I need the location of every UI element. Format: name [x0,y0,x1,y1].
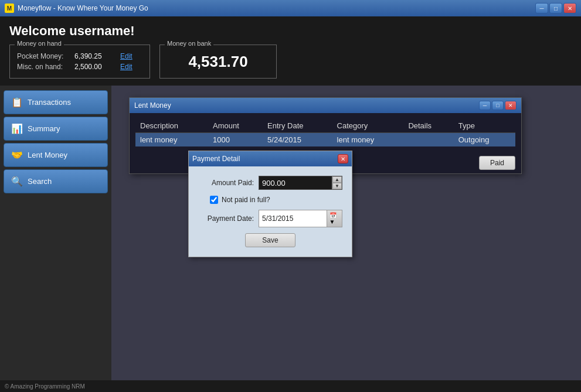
bank-amount: 4,531.70 [188,53,247,71]
dialog-content: Amount Paid: ▲ ▼ [189,166,352,257]
search-nav-button[interactable]: 🔍 Search [4,169,108,193]
sidebar: 📋 Transactions 📊 Summary 🤝 Lent Money 🔍 … [0,86,111,380]
calendar-icon: 📅▼ [329,212,339,225]
window-controls: ─ □ ✕ [479,101,517,110]
minimize-button[interactable]: ─ [535,3,548,13]
payment-date-row: Payment Date: 📅▼ [198,210,342,227]
title-bar-controls: ─ □ ✕ [535,3,576,13]
summary-label: Summary [28,124,60,133]
pocket-money-row: Pocket Money: 6,390.25 Edit [17,52,142,60]
lent-money-window: Lent Money ─ □ ✕ Description Amount [129,97,522,174]
save-button[interactable]: Save [245,233,295,247]
transactions-icon: 📋 [11,97,23,108]
money-on-bank-panel: Money on bank 4,531.70 [159,45,277,79]
misc-on-hand-label: Misc. on hand: [17,63,70,71]
maximize-button[interactable]: □ [549,3,562,13]
not-paid-label: Not paid in full? [222,196,270,204]
col-entry-date: Entry Date [263,119,332,133]
money-panels: Money on hand Pocket Money: 6,390.25 Edi… [9,45,572,79]
lent-money-table: Description Amount Entry Date Category D… [135,119,515,146]
money-on-hand-panel: Money on hand Pocket Money: 6,390.25 Edi… [9,45,150,79]
col-type: Type [454,119,515,133]
amount-paid-label: Amount Paid: [198,179,254,187]
dialog-title: Payment Detail [192,155,240,163]
lent-money-icon: 🤝 [11,149,23,161]
amount-paid-input-wrap: ▲ ▼ [259,176,342,190]
close-button[interactable]: ✕ [563,3,576,13]
content-row: 📋 Transactions 📊 Summary 🤝 Lent Money 🔍 … [0,86,581,380]
not-paid-checkbox[interactable] [210,196,218,204]
table-row[interactable]: lent money 1000 5/24/2015 lent money Out… [135,133,515,147]
payment-date-input-wrap: 📅▼ [259,210,342,227]
money-on-bank-label: Money on bank [165,40,213,47]
app-icon: M [5,4,14,13]
cell-category: lent money [332,133,404,147]
cell-entry-date: 5/24/2015 [263,133,332,147]
pocket-money-edit[interactable]: Edit [120,52,132,60]
title-bar: M Moneyflow - Know Where Your Money Go ─… [0,0,581,16]
app-title: Moneyflow - Know Where Your Money Go [18,4,148,12]
welcome-header: Welcome username! Money on hand Pocket M… [0,16,581,86]
spinner-wrap: ▲ ▼ [332,176,342,189]
transactions-nav-button[interactable]: 📋 Transactions [4,90,108,114]
dialog-close-button[interactable]: ✕ [338,154,348,163]
save-row: Save [198,233,342,247]
col-amount: Amount [208,119,263,133]
footer: © Amazing Programming NRM [0,380,581,392]
money-on-hand-label: Money on hand [15,40,64,47]
payment-detail-dialog: Payment Detail ✕ Amount Paid: ▲ [188,151,352,257]
payment-date-label: Payment Date: [198,214,254,223]
misc-on-hand-value: 2,500.00 [74,63,115,71]
search-label: Search [28,177,52,186]
summary-nav-button[interactable]: 📊 Summary [4,117,108,141]
main-panel: Lent Money ─ □ ✕ Description Amount [111,86,581,380]
window-content: Description Amount Entry Date Category D… [130,113,521,152]
not-paid-row: Not paid in full? [198,196,342,204]
lent-money-label: Lent Money [28,151,67,159]
table-header-row: Description Amount Entry Date Category D… [135,119,515,133]
cell-amount: 1000 [208,133,263,147]
lent-money-window-title: Lent Money [134,101,171,110]
search-icon: 🔍 [11,176,23,187]
summary-icon: 📊 [11,123,23,134]
misc-on-hand-edit[interactable]: Edit [120,63,132,71]
misc-on-hand-row: Misc. on hand: 2,500.00 Edit [17,63,142,71]
cell-description: lent money [135,133,208,147]
date-picker-button[interactable]: 📅▼ [327,210,342,227]
paid-button[interactable]: Paid [479,156,515,170]
pocket-money-label: Pocket Money: [17,52,70,60]
window-maximize-button[interactable]: □ [492,101,504,110]
footer-text: © Amazing Programming NRM [5,383,85,390]
window-close-button[interactable]: ✕ [505,101,517,110]
cell-type: Outgoing [454,133,515,147]
lent-money-title-bar: Lent Money ─ □ ✕ [130,98,521,113]
spin-up-button[interactable]: ▲ [332,176,342,183]
amount-paid-row: Amount Paid: ▲ ▼ [198,176,342,190]
dialog-title-bar: Payment Detail ✕ [189,151,352,166]
col-description: Description [135,119,208,133]
payment-date-input[interactable] [259,213,327,224]
main-area: Welcome username! Money on hand Pocket M… [0,16,581,380]
col-details: Details [403,119,453,133]
spin-down-button[interactable]: ▼ [332,183,342,189]
amount-paid-input[interactable] [259,177,332,189]
welcome-title: Welcome username! [9,23,572,39]
col-category: Category [332,119,404,133]
pocket-money-value: 6,390.25 [74,52,115,60]
transactions-label: Transactions [28,98,71,107]
title-bar-left: M Moneyflow - Know Where Your Money Go [5,4,148,13]
cell-details [403,133,453,147]
window-minimize-button[interactable]: ─ [479,101,491,110]
lent-money-nav-button[interactable]: 🤝 Lent Money [4,143,108,167]
